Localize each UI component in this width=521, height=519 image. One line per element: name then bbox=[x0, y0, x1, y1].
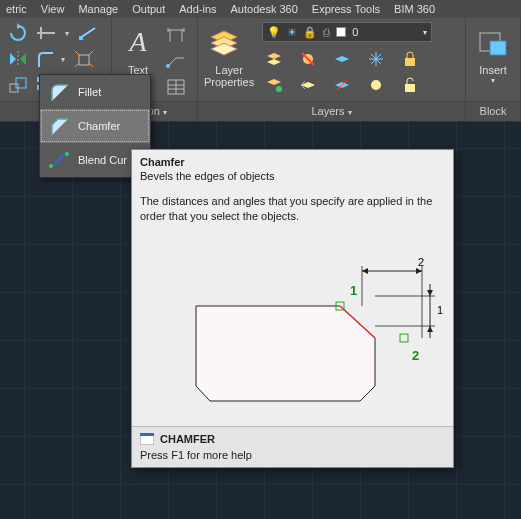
insert-dropdown-arrow[interactable]: ▾ bbox=[488, 76, 498, 85]
svg-rect-0 bbox=[79, 36, 83, 40]
fillet-dropdown-arrow[interactable]: ▾ bbox=[58, 55, 68, 64]
svg-point-20 bbox=[65, 152, 69, 156]
table-icon[interactable] bbox=[164, 76, 188, 98]
tooltip-footer: CHAMFER Press F1 for more help bbox=[132, 426, 453, 467]
flyout-fillet-label: Fillet bbox=[78, 86, 101, 98]
svg-rect-31 bbox=[140, 433, 154, 436]
flyout-chamfer[interactable]: Chamfer bbox=[40, 109, 150, 143]
dimension-linear-icon[interactable] bbox=[164, 24, 188, 46]
extend-icon[interactable] bbox=[76, 22, 100, 44]
layer-lock-icon[interactable] bbox=[398, 48, 422, 70]
lightbulb-icon: 💡 bbox=[267, 26, 281, 39]
menu-autodesk360[interactable]: Autodesk 360 bbox=[231, 3, 298, 15]
menu-bim360[interactable]: BIM 360 bbox=[394, 3, 435, 15]
panel-layers: Layer Properties 💡 ☀ 🔒 ⎙ 0 ▾ bbox=[198, 18, 466, 121]
tooltip-title: Chamfer bbox=[132, 150, 453, 170]
fillet-icon[interactable] bbox=[34, 48, 58, 70]
menu-expresstools[interactable]: Express Tools bbox=[312, 3, 380, 15]
panel-label-layers[interactable]: Layers▾ bbox=[198, 101, 465, 121]
layer-properties-icon[interactable] bbox=[204, 22, 244, 62]
blend-curves-icon bbox=[48, 149, 70, 171]
layer-off-icon[interactable] bbox=[296, 48, 320, 70]
trim-icon[interactable] bbox=[34, 22, 58, 44]
layer-combo[interactable]: 💡 ☀ 🔒 ⎙ 0 ▾ bbox=[262, 22, 432, 42]
layer-states-icon[interactable] bbox=[262, 48, 286, 70]
fillet-icon bbox=[48, 81, 70, 103]
layer-combo-arrow[interactable]: ▾ bbox=[423, 28, 427, 37]
layer-thaw-icon[interactable] bbox=[364, 74, 388, 96]
dim-1: 1 bbox=[437, 304, 443, 316]
pick-2: 2 bbox=[412, 348, 419, 363]
layer-properties-label: Layer Properties bbox=[204, 64, 254, 88]
layer-isolate-icon[interactable] bbox=[330, 48, 354, 70]
layer-match-icon[interactable] bbox=[262, 74, 286, 96]
mirror-icon[interactable] bbox=[6, 48, 30, 70]
rotate-icon[interactable] bbox=[6, 22, 30, 44]
print-icon: ⎙ bbox=[323, 26, 330, 38]
menu-parametric[interactable]: etric bbox=[6, 3, 27, 15]
menubar: etric View Manage Output Add-ins Autodes… bbox=[0, 0, 521, 18]
leader-icon[interactable] bbox=[164, 50, 188, 72]
explode-icon[interactable] bbox=[72, 48, 96, 70]
tooltip: Chamfer Bevels the edges of objects The … bbox=[131, 149, 454, 468]
layer-color-swatch bbox=[336, 27, 346, 37]
svg-point-19 bbox=[49, 164, 53, 168]
layer-unlock-icon[interactable] bbox=[398, 74, 422, 96]
panel-block: Insert ▾ Block bbox=[466, 18, 521, 121]
scale-icon[interactable] bbox=[6, 74, 30, 96]
svg-rect-13 bbox=[405, 58, 415, 66]
lock-icon: 🔒 bbox=[303, 26, 317, 39]
svg-point-14 bbox=[276, 86, 282, 92]
insert-label: Insert bbox=[472, 64, 514, 76]
tooltip-body: The distances and angles that you specif… bbox=[132, 190, 453, 242]
command-prompt-icon bbox=[140, 433, 154, 445]
layer-freeze-icon[interactable] bbox=[364, 48, 388, 70]
svg-rect-1 bbox=[79, 55, 89, 65]
svg-rect-16 bbox=[405, 84, 415, 92]
menu-addins[interactable]: Add-ins bbox=[179, 3, 216, 15]
menu-output[interactable]: Output bbox=[132, 3, 165, 15]
menu-view[interactable]: View bbox=[41, 3, 65, 15]
insert-icon[interactable] bbox=[473, 22, 513, 62]
svg-point-10 bbox=[166, 64, 170, 68]
tooltip-subtitle: Bevels the edges of objects bbox=[132, 170, 453, 190]
tooltip-diagram: 1 2 2 1 bbox=[140, 246, 445, 416]
flyout-fillet[interactable]: Fillet bbox=[40, 75, 150, 109]
tooltip-command: CHAMFER bbox=[160, 433, 215, 445]
tooltip-help: Press F1 for more help bbox=[140, 449, 445, 461]
svg-rect-18 bbox=[490, 41, 506, 55]
menu-manage[interactable]: Manage bbox=[78, 3, 118, 15]
panel-label-block[interactable]: Block bbox=[466, 101, 520, 121]
text-icon[interactable]: A bbox=[118, 22, 158, 62]
dim-2: 2 bbox=[418, 256, 424, 268]
layer-name: 0 bbox=[352, 26, 358, 38]
flyout-chamfer-label: Chamfer bbox=[78, 120, 120, 132]
svg-point-15 bbox=[371, 80, 381, 90]
chamfer-icon bbox=[48, 115, 70, 137]
layer-unisolate-icon[interactable] bbox=[330, 74, 354, 96]
trim-dropdown-arrow[interactable]: ▾ bbox=[62, 29, 72, 38]
flyout-blend-label: Blend Cur bbox=[78, 154, 127, 166]
pick-1: 1 bbox=[350, 283, 357, 298]
svg-rect-23 bbox=[400, 334, 408, 342]
layer-previous-icon[interactable] bbox=[296, 74, 320, 96]
sun-icon: ☀ bbox=[287, 26, 297, 39]
